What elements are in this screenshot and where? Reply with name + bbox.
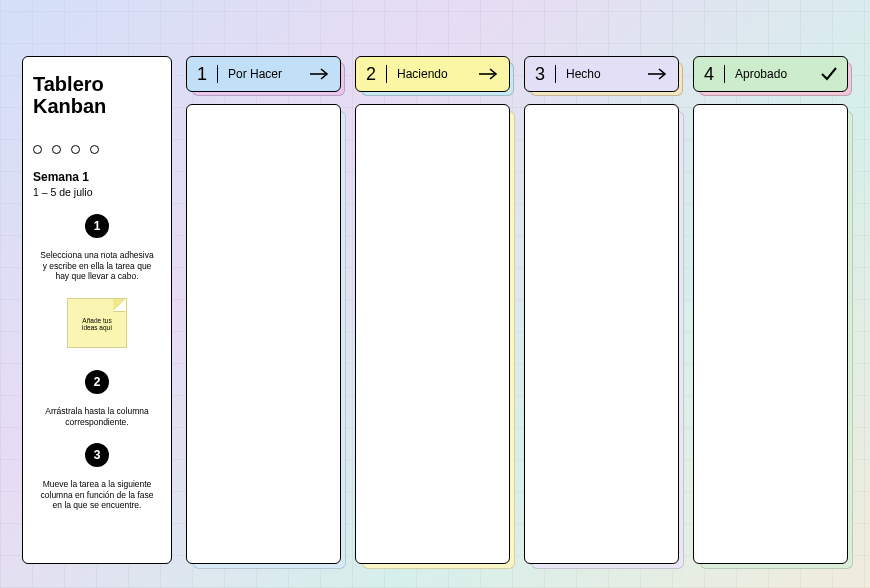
column-aprobado[interactable]: 4 Aprobado	[693, 56, 848, 564]
step-3-text: Mueve la tarea a la siguiente columna en…	[33, 479, 161, 511]
kanban-board: Tablero Kanban Semana 1 1 – 5 de julio 1…	[22, 56, 848, 564]
week-dates: 1 – 5 de julio	[33, 186, 161, 198]
step-badge-3: 3	[85, 443, 109, 467]
column-dropzone[interactable]	[355, 104, 510, 564]
column-label: Aprobado	[725, 67, 821, 81]
column-header: 2 Haciendo	[355, 56, 510, 92]
sidebar-panel: Tablero Kanban Semana 1 1 – 5 de julio 1…	[22, 56, 172, 564]
column-haciendo[interactable]: 2 Haciendo	[355, 56, 510, 564]
step-badge-1: 1	[85, 214, 109, 238]
column-dropzone[interactable]	[186, 104, 341, 564]
step-badge-2: 2	[85, 370, 109, 394]
pager-dot[interactable]	[33, 145, 42, 154]
arrow-right-icon	[648, 68, 668, 80]
column-header: 3 Hecho	[524, 56, 679, 92]
sticky-note-text: Añade tus ideas aquí	[74, 317, 120, 331]
pager-dot[interactable]	[71, 145, 80, 154]
arrow-right-icon	[310, 68, 330, 80]
column-number: 4	[704, 65, 725, 83]
column-dropzone[interactable]	[693, 104, 848, 564]
column-number: 3	[535, 65, 556, 83]
column-label: Haciendo	[387, 67, 479, 81]
column-header: 4 Aprobado	[693, 56, 848, 92]
step-1-text: Selecciona una nota adhesiva y escribe e…	[33, 250, 161, 282]
column-dropzone[interactable]	[524, 104, 679, 564]
column-label: Por Hacer	[218, 67, 310, 81]
step-2-text: Arrástrala hasta la columna correspondie…	[33, 406, 161, 427]
pager-dot[interactable]	[90, 145, 99, 154]
column-hecho[interactable]: 3 Hecho	[524, 56, 679, 564]
column-por-hacer[interactable]: 1 Por Hacer	[186, 56, 341, 564]
pager-dot[interactable]	[52, 145, 61, 154]
column-number: 2	[366, 65, 387, 83]
week-label: Semana 1	[33, 170, 161, 184]
week-pager[interactable]	[33, 145, 161, 154]
check-icon	[821, 67, 837, 81]
column-number: 1	[197, 65, 218, 83]
column-label: Hecho	[556, 67, 648, 81]
column-header: 1 Por Hacer	[186, 56, 341, 92]
sticky-note-example[interactable]: Añade tus ideas aquí	[67, 298, 127, 348]
board-title: Tablero Kanban	[33, 73, 161, 117]
arrow-right-icon	[479, 68, 499, 80]
